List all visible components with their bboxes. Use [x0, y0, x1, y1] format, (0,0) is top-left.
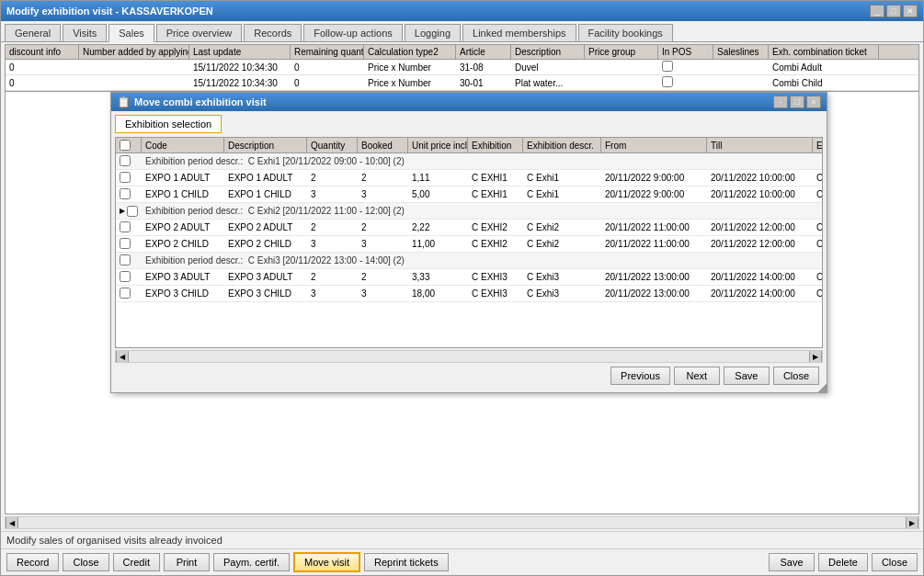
row2-2-unit: 11,00 — [408, 238, 468, 250]
group-row-3: Exhibition period descr.: C Exhi3 [20/11… — [116, 253, 822, 269]
close-button-bottom2[interactable]: Close — [872, 553, 918, 571]
modal-title-controls: - □ × — [773, 96, 821, 108]
cell-combi: Combi Adult — [769, 62, 879, 73]
cell-numadd — [79, 66, 189, 68]
inner-row-1-2[interactable]: EXPO 1 CHILD EXPO 1 CHILD 3 3 5,00 C EXH… — [116, 186, 822, 203]
table-row[interactable]: 0 15/11/2022 10:34:30 0 Price x Number 3… — [6, 75, 918, 91]
cell-description: Duvel — [511, 62, 585, 73]
row1-1-check[interactable] — [116, 171, 142, 186]
maximize-button[interactable]: □ — [886, 5, 901, 17]
close-window-button[interactable]: ✕ — [903, 5, 918, 17]
row2-2-check[interactable] — [116, 237, 142, 252]
window-controls: _ □ ✕ — [870, 5, 918, 17]
row2-2-booked: 3 — [358, 238, 408, 250]
inner-header-code: Code — [142, 138, 224, 152]
header-saleslines: Saleslines — [713, 45, 769, 59]
table-row[interactable]: 0 15/11/2022 10:34:30 0 Price x Number 3… — [6, 60, 918, 75]
header-discount: discount info — [6, 45, 79, 59]
row1-1-code: EXPO 1 ADULT — [142, 172, 224, 184]
row3-2-check[interactable] — [116, 287, 142, 301]
row3-1-unit: 3,33 — [408, 271, 468, 283]
previous-button[interactable]: Previous — [610, 367, 670, 385]
cell-article: 31-08 — [456, 62, 511, 73]
modal-close-button[interactable]: × — [806, 96, 821, 108]
row2-1-exhdesc: C Exhi2 — [523, 221, 601, 233]
tab-records[interactable]: Records — [244, 24, 302, 41]
delete-button[interactable]: Delete — [818, 553, 868, 571]
tab-price-overview[interactable]: Price overview — [156, 24, 243, 41]
header-article: Article — [456, 45, 511, 59]
row1-2-unit: 5,00 — [408, 188, 468, 200]
save-button-bottom[interactable]: Save — [769, 553, 815, 571]
inner-row-3-2[interactable]: EXPO 3 CHILD EXPO 3 CHILD 3 3 18,00 C EX… — [116, 286, 822, 302]
modal-scrollbar-h[interactable]: ◀ ▶ — [115, 350, 823, 363]
group-expand-2[interactable]: ▶ — [116, 205, 142, 218]
record-button[interactable]: Record — [6, 553, 59, 571]
header-lastupdate: Last update — [189, 45, 291, 59]
scroll-left-arrow[interactable]: ◀ — [6, 516, 18, 529]
inner-row-2-1[interactable]: EXPO 2 ADULT EXPO 2 ADULT 2 2 2,22 C EXH… — [116, 220, 822, 236]
group-expand-3[interactable] — [116, 254, 142, 268]
cell-pricegroup — [585, 66, 658, 68]
modal-scroll-right[interactable]: ▶ — [809, 350, 822, 363]
print-button[interactable]: Print — [164, 553, 210, 571]
tab-visits[interactable]: Visits — [63, 24, 107, 41]
tab-sales[interactable]: Sales — [108, 24, 154, 42]
modal-close-button-btn[interactable]: Close — [773, 367, 819, 385]
scroll-right-arrow[interactable]: ▶ — [906, 516, 918, 529]
group3-checkbox[interactable] — [120, 254, 131, 265]
row1-2-exhcode: C Exh — [813, 188, 823, 200]
tab-followup[interactable]: Follow-up actions — [303, 24, 403, 41]
paym-certif-button[interactable]: Paym. certif. — [213, 553, 290, 571]
modal-scroll-left[interactable]: ◀ — [116, 350, 129, 363]
inner-grid-header: Code Description Quantity Booked Unit pr… — [116, 138, 822, 153]
row2-2-code: EXPO 2 CHILD — [142, 238, 224, 250]
reprint-tickets-button[interactable]: Reprint tickets — [364, 553, 449, 571]
next-button[interactable]: Next — [674, 367, 720, 385]
tab-general[interactable]: General — [5, 24, 61, 41]
tab-logging[interactable]: Logging — [405, 24, 461, 41]
modal-minimize-button[interactable]: - — [773, 96, 788, 108]
group1-checkbox[interactable] — [120, 155, 131, 166]
row2-2-exh: C EXHI2 — [468, 238, 523, 250]
header-inpos: In POS — [658, 45, 713, 59]
row1-2-qty: 3 — [307, 188, 358, 200]
modal-maximize-button[interactable]: □ — [790, 96, 804, 108]
move-visit-button[interactable]: Move visit — [293, 552, 360, 572]
inner-header-desc: Description — [224, 138, 307, 152]
row2-1-from: 20/11/2022 11:00:00 — [601, 221, 707, 233]
row1-1-unit: 1,11 — [408, 172, 468, 184]
select-all-checkbox[interactable] — [120, 140, 131, 151]
group2-checkbox[interactable] — [127, 206, 138, 217]
cell-article: 30-01 — [456, 77, 511, 89]
cell-discount: 0 — [6, 62, 79, 73]
minimize-button[interactable]: _ — [870, 5, 884, 17]
expand-arrow-2[interactable]: ▶ — [120, 207, 125, 215]
group2-label: Exhibition period descr.: C Exhi2 [20/11… — [142, 205, 408, 217]
tab-memberships[interactable]: Linked memberships — [462, 24, 576, 41]
status-bar: Modify sales of organised visits already… — [1, 531, 923, 548]
inner-row-3-1[interactable]: EXPO 3 ADULT EXPO 3 ADULT 2 2 3,33 C EXH… — [116, 269, 822, 286]
row1-2-booked: 3 — [358, 188, 408, 200]
modal-tab-bar: Exhibition selection — [115, 115, 823, 133]
main-scrollbar-h[interactable]: ◀ ▶ — [5, 516, 919, 529]
row3-1-check[interactable] — [116, 270, 142, 285]
modal-title-left: 📋 Move combi exhibition visit — [117, 96, 267, 108]
row2-1-exh: C EXHI2 — [468, 221, 523, 233]
resize-handle[interactable] — [817, 383, 827, 392]
row2-1-check[interactable] — [116, 220, 142, 235]
group-expand-1[interactable] — [116, 154, 142, 169]
row3-1-exhcode: C Exh — [813, 271, 823, 283]
modal-save-button[interactable]: Save — [724, 367, 770, 385]
row1-2-check[interactable] — [116, 187, 142, 202]
inner-row-1-1[interactable]: EXPO 1 ADULT EXPO 1 ADULT 2 2 1,11 C EXH… — [116, 170, 822, 186]
row1-1-booked: 2 — [358, 172, 408, 184]
credit-button[interactable]: Credit — [113, 553, 160, 571]
row3-2-booked: 3 — [358, 288, 408, 299]
inner-header-from: From — [601, 138, 707, 152]
tab-facility[interactable]: Facility bookings — [578, 24, 673, 41]
modal-tab-exhibition-selection[interactable]: Exhibition selection — [115, 115, 222, 133]
close-button-bottom[interactable]: Close — [63, 553, 108, 571]
row3-2-till: 20/11/2022 14:00:00 — [707, 288, 813, 299]
inner-row-2-2[interactable]: EXPO 2 CHILD EXPO 2 CHILD 3 3 11,00 C EX… — [116, 236, 822, 253]
